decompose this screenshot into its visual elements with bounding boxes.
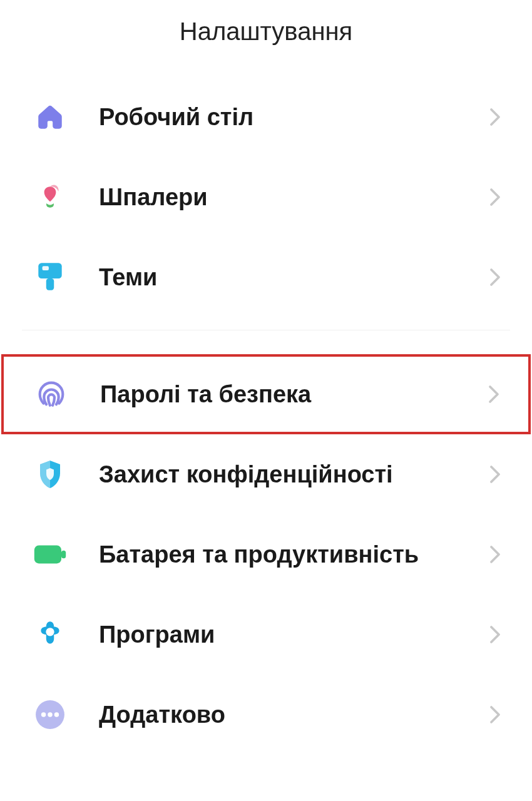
chevron-right-icon [489, 268, 501, 287]
settings-item-apps[interactable]: Програми [0, 594, 532, 675]
settings-group-1: Робочий стіл Шпалери Теми [0, 77, 532, 317]
fingerprint-icon [33, 375, 70, 413]
settings-item-label: Шпалери [99, 184, 489, 211]
page-title: Налаштування [0, 18, 532, 46]
chevron-right-icon [489, 705, 501, 724]
svg-rect-3 [34, 546, 61, 564]
svg-point-5 [46, 628, 54, 636]
section-divider [22, 330, 510, 330]
shield-icon [31, 456, 69, 493]
settings-item-label: Батарея та продуктивність [99, 541, 489, 568]
svg-rect-0 [38, 263, 61, 278]
svg-point-8 [48, 712, 53, 717]
chevron-right-icon [488, 385, 499, 404]
chevron-right-icon [489, 465, 501, 484]
battery-icon [31, 536, 69, 573]
wallpaper-icon [31, 178, 69, 216]
themes-icon [31, 258, 69, 296]
settings-item-label: Паролі та безпека [100, 381, 488, 408]
more-icon [31, 696, 69, 733]
settings-item-privacy[interactable]: Захист конфіденційності [0, 434, 532, 514]
home-icon [31, 98, 69, 136]
chevron-right-icon [489, 108, 501, 126]
settings-item-home[interactable]: Робочий стіл [0, 77, 532, 157]
settings-item-label: Захист конфіденційності [99, 461, 489, 488]
settings-item-label: Робочий стіл [99, 104, 489, 131]
settings-item-label: Додатково [99, 702, 489, 728]
page-header: Налаштування [0, 0, 532, 77]
settings-group-2: Паролі та безпека Захист конфіденційност… [0, 354, 532, 755]
settings-item-label: Програми [99, 621, 489, 648]
settings-item-themes[interactable]: Теми [0, 237, 532, 317]
settings-item-battery[interactable]: Батарея та продуктивність [0, 514, 532, 594]
apps-icon [31, 616, 69, 653]
highlight-annotation: Паролі та безпека [1, 354, 531, 434]
svg-rect-2 [46, 278, 54, 290]
settings-item-label: Теми [99, 264, 489, 291]
svg-point-7 [41, 712, 46, 717]
settings-item-passwords-security[interactable]: Паролі та безпека [4, 357, 528, 432]
chevron-right-icon [489, 625, 501, 644]
settings-item-wallpaper[interactable]: Шпалери [0, 157, 532, 237]
chevron-right-icon [489, 545, 501, 564]
svg-rect-1 [43, 266, 49, 270]
svg-rect-4 [61, 551, 66, 559]
svg-point-9 [54, 712, 59, 717]
settings-item-additional[interactable]: Додатково [0, 675, 532, 755]
chevron-right-icon [489, 188, 501, 207]
